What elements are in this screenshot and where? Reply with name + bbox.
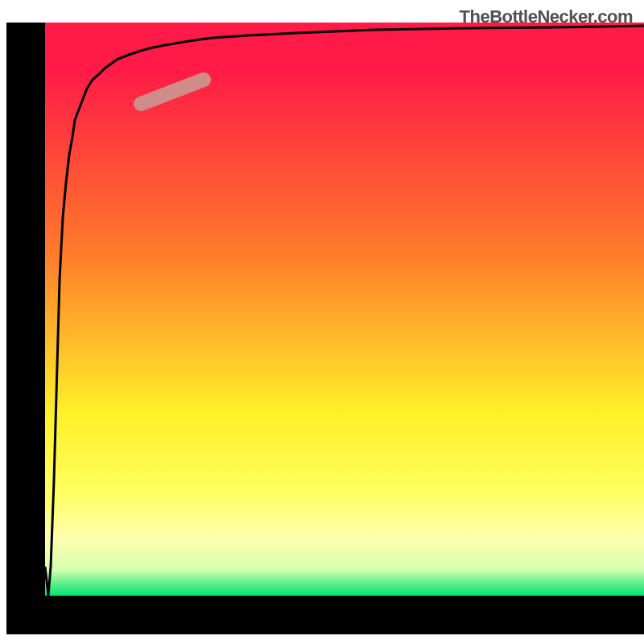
y-axis: [6, 23, 45, 634]
plot-background: [45, 23, 644, 596]
chart-container: TheBottleNecker.com: [0, 0, 644, 644]
chart-svg: [0, 0, 644, 644]
x-axis: [6, 596, 644, 634]
attribution-text: TheBottleNecker.com: [460, 6, 633, 27]
